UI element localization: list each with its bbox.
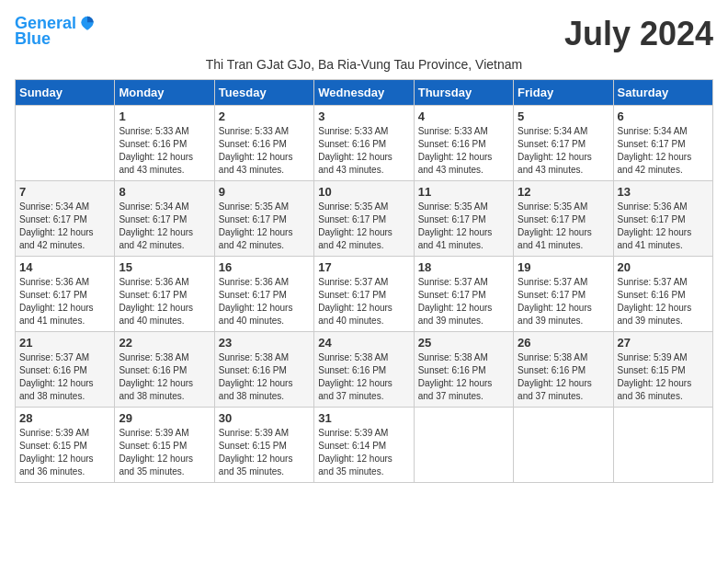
- day-info: Sunrise: 5:36 AM Sunset: 6:17 PM Dayligh…: [618, 201, 709, 252]
- calendar-cell: [514, 408, 613, 483]
- month-title: July 2024: [564, 15, 713, 53]
- calendar-week-1: 1Sunrise: 5:33 AM Sunset: 6:16 PM Daylig…: [16, 106, 713, 181]
- day-info: Sunrise: 5:33 AM Sunset: 6:16 PM Dayligh…: [219, 125, 310, 177]
- day-info: Sunrise: 5:33 AM Sunset: 6:16 PM Dayligh…: [119, 125, 210, 177]
- day-info: Sunrise: 5:36 AM Sunset: 6:17 PM Dayligh…: [19, 276, 110, 327]
- calendar-cell: 16Sunrise: 5:36 AM Sunset: 6:17 PM Dayli…: [214, 257, 313, 332]
- calendar-week-3: 14Sunrise: 5:36 AM Sunset: 6:17 PM Dayli…: [16, 257, 713, 332]
- day-info: Sunrise: 5:35 AM Sunset: 6:17 PM Dayligh…: [518, 201, 609, 252]
- calendar-cell: 31Sunrise: 5:39 AM Sunset: 6:14 PM Dayli…: [314, 408, 414, 483]
- day-info: Sunrise: 5:39 AM Sunset: 6:15 PM Dayligh…: [19, 427, 110, 478]
- calendar-cell: 26Sunrise: 5:38 AM Sunset: 6:16 PM Dayli…: [514, 332, 613, 408]
- day-number: 16: [219, 260, 310, 274]
- calendar-cell: 9Sunrise: 5:35 AM Sunset: 6:17 PM Daylig…: [214, 181, 313, 257]
- day-info: Sunrise: 5:34 AM Sunset: 6:17 PM Dayligh…: [518, 125, 609, 177]
- logo-icon: [78, 15, 97, 33]
- day-number: 1: [119, 109, 210, 123]
- col-wednesday: Wednesday: [314, 80, 414, 106]
- calendar-cell: 13Sunrise: 5:36 AM Sunset: 6:17 PM Dayli…: [613, 181, 712, 257]
- day-number: 18: [418, 260, 509, 274]
- day-info: Sunrise: 5:37 AM Sunset: 6:16 PM Dayligh…: [19, 351, 110, 403]
- day-info: Sunrise: 5:39 AM Sunset: 6:15 PM Dayligh…: [618, 351, 709, 403]
- day-number: 5: [518, 109, 609, 123]
- calendar-cell: 15Sunrise: 5:36 AM Sunset: 6:17 PM Dayli…: [115, 257, 214, 332]
- calendar-cell: 12Sunrise: 5:35 AM Sunset: 6:17 PM Dayli…: [514, 181, 613, 257]
- day-number: 13: [618, 185, 709, 199]
- calendar-cell: 29Sunrise: 5:39 AM Sunset: 6:15 PM Dayli…: [115, 408, 214, 483]
- day-number: 12: [518, 185, 609, 199]
- day-number: 19: [518, 260, 609, 274]
- day-info: Sunrise: 5:39 AM Sunset: 6:15 PM Dayligh…: [219, 427, 310, 478]
- day-number: 25: [418, 336, 509, 350]
- calendar-cell: 21Sunrise: 5:37 AM Sunset: 6:16 PM Dayli…: [16, 332, 115, 408]
- day-number: 3: [318, 109, 409, 123]
- calendar-cell: 18Sunrise: 5:37 AM Sunset: 6:17 PM Dayli…: [414, 257, 513, 332]
- day-info: Sunrise: 5:38 AM Sunset: 6:16 PM Dayligh…: [318, 351, 409, 403]
- day-info: Sunrise: 5:34 AM Sunset: 6:17 PM Dayligh…: [618, 125, 709, 177]
- calendar-cell: 19Sunrise: 5:37 AM Sunset: 6:17 PM Dayli…: [514, 257, 613, 332]
- day-number: 30: [219, 411, 310, 425]
- calendar-cell: 4Sunrise: 5:33 AM Sunset: 6:16 PM Daylig…: [414, 106, 513, 181]
- day-number: 20: [618, 260, 709, 274]
- day-info: Sunrise: 5:35 AM Sunset: 6:17 PM Dayligh…: [219, 201, 310, 252]
- page-header: General Blue July 2024: [15, 15, 713, 53]
- day-info: Sunrise: 5:33 AM Sunset: 6:16 PM Dayligh…: [318, 125, 409, 177]
- day-number: 28: [19, 411, 110, 425]
- calendar-cell: 17Sunrise: 5:37 AM Sunset: 6:17 PM Dayli…: [314, 257, 414, 332]
- col-monday: Monday: [115, 80, 214, 106]
- col-sunday: Sunday: [16, 80, 115, 106]
- day-number: 17: [318, 260, 409, 274]
- day-info: Sunrise: 5:34 AM Sunset: 6:17 PM Dayligh…: [119, 201, 210, 252]
- calendar-cell: 1Sunrise: 5:33 AM Sunset: 6:16 PM Daylig…: [115, 106, 214, 181]
- day-info: Sunrise: 5:35 AM Sunset: 6:17 PM Dayligh…: [318, 201, 409, 252]
- calendar-cell: 23Sunrise: 5:38 AM Sunset: 6:16 PM Dayli…: [214, 332, 313, 408]
- day-info: Sunrise: 5:38 AM Sunset: 6:16 PM Dayligh…: [219, 351, 310, 403]
- day-number: 23: [219, 336, 310, 350]
- day-info: Sunrise: 5:38 AM Sunset: 6:16 PM Dayligh…: [119, 351, 210, 403]
- calendar-cell: 27Sunrise: 5:39 AM Sunset: 6:15 PM Dayli…: [613, 332, 712, 408]
- calendar-cell: 22Sunrise: 5:38 AM Sunset: 6:16 PM Dayli…: [115, 332, 214, 408]
- day-info: Sunrise: 5:36 AM Sunset: 6:17 PM Dayligh…: [119, 276, 210, 327]
- calendar-cell: [16, 106, 115, 181]
- day-number: 11: [418, 185, 509, 199]
- calendar-week-5: 28Sunrise: 5:39 AM Sunset: 6:15 PM Dayli…: [16, 408, 713, 483]
- calendar-cell: 25Sunrise: 5:38 AM Sunset: 6:16 PM Dayli…: [414, 332, 513, 408]
- calendar-week-4: 21Sunrise: 5:37 AM Sunset: 6:16 PM Dayli…: [16, 332, 713, 408]
- day-info: Sunrise: 5:36 AM Sunset: 6:17 PM Dayligh…: [219, 276, 310, 327]
- calendar-cell: 3Sunrise: 5:33 AM Sunset: 6:16 PM Daylig…: [314, 106, 414, 181]
- day-number: 21: [19, 336, 110, 350]
- day-number: 24: [318, 336, 409, 350]
- day-number: 22: [119, 336, 210, 350]
- calendar-week-2: 7Sunrise: 5:34 AM Sunset: 6:17 PM Daylig…: [16, 181, 713, 257]
- col-saturday: Saturday: [613, 80, 712, 106]
- day-number: 6: [618, 109, 709, 123]
- calendar-cell: 2Sunrise: 5:33 AM Sunset: 6:16 PM Daylig…: [214, 106, 313, 181]
- day-number: 9: [219, 185, 310, 199]
- calendar-cell: [613, 408, 712, 483]
- day-info: Sunrise: 5:39 AM Sunset: 6:15 PM Dayligh…: [119, 427, 210, 478]
- day-number: 14: [19, 260, 110, 274]
- day-info: Sunrise: 5:37 AM Sunset: 6:17 PM Dayligh…: [318, 276, 409, 327]
- calendar-cell: 28Sunrise: 5:39 AM Sunset: 6:15 PM Dayli…: [16, 408, 115, 483]
- calendar-table: Sunday Monday Tuesday Wednesday Thursday…: [15, 79, 713, 483]
- col-friday: Friday: [514, 80, 613, 106]
- day-info: Sunrise: 5:37 AM Sunset: 6:17 PM Dayligh…: [518, 276, 609, 327]
- day-number: 26: [518, 336, 609, 350]
- day-info: Sunrise: 5:33 AM Sunset: 6:16 PM Dayligh…: [418, 125, 509, 177]
- col-tuesday: Tuesday: [214, 80, 313, 106]
- calendar-cell: 7Sunrise: 5:34 AM Sunset: 6:17 PM Daylig…: [16, 181, 115, 257]
- col-thursday: Thursday: [414, 80, 513, 106]
- day-info: Sunrise: 5:34 AM Sunset: 6:17 PM Dayligh…: [19, 201, 110, 252]
- calendar-cell: 14Sunrise: 5:36 AM Sunset: 6:17 PM Dayli…: [16, 257, 115, 332]
- day-info: Sunrise: 5:35 AM Sunset: 6:17 PM Dayligh…: [418, 201, 509, 252]
- day-number: 4: [418, 109, 509, 123]
- calendar-cell: [414, 408, 513, 483]
- day-number: 31: [318, 411, 409, 425]
- calendar-cell: 5Sunrise: 5:34 AM Sunset: 6:17 PM Daylig…: [514, 106, 613, 181]
- calendar-cell: 10Sunrise: 5:35 AM Sunset: 6:17 PM Dayli…: [314, 181, 414, 257]
- day-number: 27: [618, 336, 709, 350]
- calendar-cell: 6Sunrise: 5:34 AM Sunset: 6:17 PM Daylig…: [613, 106, 712, 181]
- day-info: Sunrise: 5:39 AM Sunset: 6:14 PM Dayligh…: [318, 427, 409, 478]
- day-number: 7: [19, 185, 110, 199]
- calendar-cell: 20Sunrise: 5:37 AM Sunset: 6:16 PM Dayli…: [613, 257, 712, 332]
